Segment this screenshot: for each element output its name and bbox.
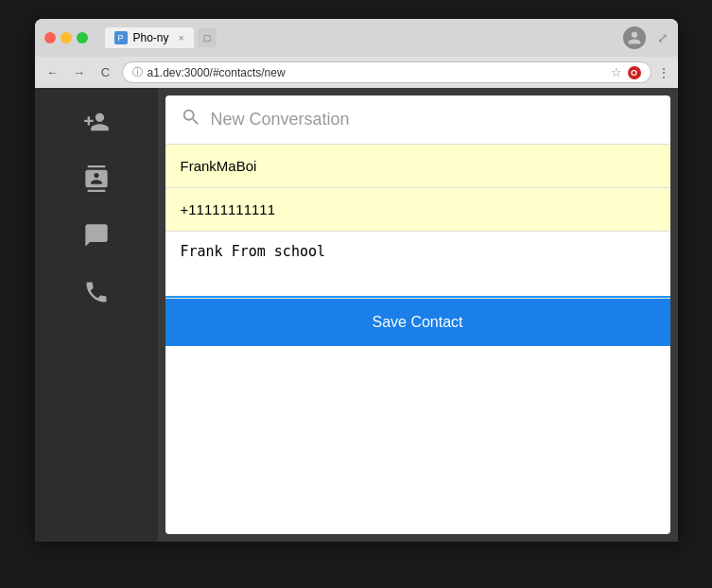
- browser-toolbar: ← → C ⓘ a1.dev:3000/#contacts/new ☆ O ⋮: [35, 57, 678, 88]
- browser-menu-button[interactable]: ⋮: [657, 65, 670, 80]
- traffic-lights: [44, 32, 88, 43]
- minimize-button[interactable]: [61, 32, 72, 43]
- opera-icon: O: [628, 66, 641, 79]
- address-bar-icons: ☆ O: [611, 65, 641, 79]
- contact-form: Frank From school Save Contact: [165, 145, 670, 346]
- name-field-container: [165, 145, 670, 188]
- panel-footer: [165, 346, 670, 422]
- name-input[interactable]: [165, 145, 670, 187]
- close-button[interactable]: [44, 32, 56, 43]
- sidebar-item-messages[interactable]: [78, 216, 115, 254]
- maximize-icon[interactable]: ⤢: [657, 30, 669, 45]
- panel-title: New Conversation: [211, 110, 350, 130]
- active-tab[interactable]: P Pho-ny ×: [105, 27, 194, 48]
- bookmark-icon[interactable]: ☆: [611, 65, 622, 79]
- security-icon: ⓘ: [132, 65, 143, 79]
- save-contact-button[interactable]: Save Contact: [165, 299, 670, 346]
- browser-titlebar: P Pho-ny × □ ⤢: [35, 19, 678, 57]
- notes-textarea[interactable]: Frank From school: [165, 232, 670, 298]
- browser-window: P Pho-ny × □ ⤢ ← → C ⓘ a1.dev:3000/#cont…: [35, 19, 678, 542]
- refresh-button[interactable]: C: [96, 62, 116, 83]
- sidebar-item-calls[interactable]: [78, 273, 115, 311]
- maximize-button[interactable]: [77, 32, 88, 43]
- url-text: a1.dev:3000/#contacts/new: [148, 66, 286, 79]
- sidebar: [35, 88, 158, 542]
- tab-close-button[interactable]: ×: [179, 32, 184, 43]
- sidebar-item-add-contact[interactable]: [78, 103, 115, 141]
- phone-input[interactable]: [165, 188, 670, 231]
- app-content: New Conversation Frank From school Save …: [35, 88, 678, 542]
- forward-button[interactable]: →: [69, 62, 90, 83]
- address-bar[interactable]: ⓘ a1.dev:3000/#contacts/new ☆ O: [122, 61, 651, 83]
- tab-favicon: P: [114, 31, 128, 44]
- main-panel: New Conversation Frank From school Save …: [165, 95, 670, 534]
- new-tab-button[interactable]: □: [198, 28, 217, 47]
- phone-field-container: [165, 188, 670, 232]
- sidebar-item-contacts[interactable]: [78, 160, 115, 198]
- tab-title: Pho-ny: [133, 31, 169, 44]
- back-button[interactable]: ←: [43, 62, 63, 83]
- search-icon: [181, 107, 201, 132]
- notes-field-container: Frank From school: [165, 232, 670, 299]
- tab-bar: P Pho-ny × □: [105, 27, 616, 48]
- account-icon[interactable]: [623, 26, 646, 49]
- panel-header: New Conversation: [165, 95, 670, 145]
